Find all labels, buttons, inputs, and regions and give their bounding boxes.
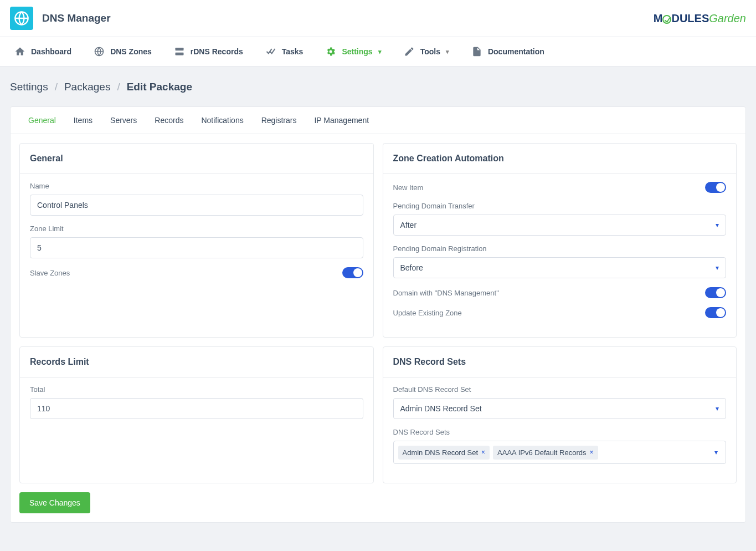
tab-notifications[interactable]: Notifications [192, 107, 252, 134]
tag-item: Admin DNS Record Set × [398, 446, 490, 460]
panel-title: Zone Creation Automation [383, 144, 737, 174]
field-default-set: Default DNS Record Set Admin DNS Record … [393, 385, 727, 419]
gear-icon [325, 46, 336, 57]
select-value: After [400, 221, 417, 229]
zone-limit-label: Zone Limit [30, 225, 363, 233]
panel-title: Records Limit [20, 347, 373, 377]
record-sets-label: DNS Record Sets [393, 428, 727, 436]
panel-zone-automation: Zone Creation Automation New Item Pendin… [383, 143, 737, 338]
tab-records[interactable]: Records [146, 107, 192, 134]
chevron-down-icon: ▾ [378, 48, 382, 55]
panel-body: New Item Pending Domain Transfer After ▾… [383, 174, 737, 337]
pending-reg-select[interactable]: Before ▾ [393, 257, 727, 278]
default-set-select[interactable]: Admin DNS Record Set ▾ [393, 398, 727, 419]
home-icon [14, 46, 25, 57]
header: DNS Manager MDULESGarden [0, 0, 756, 37]
field-pending-transfer: Pending Domain Transfer After ▾ [393, 202, 727, 236]
globe-small-icon [94, 46, 105, 57]
field-total: Total [30, 385, 363, 419]
header-left: DNS Manager [10, 7, 111, 30]
update-existing-toggle[interactable] [705, 307, 726, 318]
panel-body: Name Zone Limit Slave Zones [20, 174, 373, 297]
update-existing-label: Update Existing Zone [393, 309, 462, 317]
page-content: General Items Servers Records Notificati… [0, 93, 756, 536]
breadcrumb-link[interactable]: Packages [64, 81, 110, 93]
nav-tools[interactable]: Tools ▾ [399, 37, 454, 66]
slave-zones-toggle[interactable] [342, 267, 363, 278]
nav-label: rDNS Records [191, 47, 243, 56]
breadcrumb-current: Edit Package [127, 81, 192, 93]
tab-ipmanagement[interactable]: IP Management [305, 107, 378, 134]
nav-dashboard[interactable]: Dashboard [10, 37, 76, 66]
select-value: Admin DNS Record Set [400, 404, 482, 413]
nav-label: Tasks [282, 47, 304, 56]
tag-remove-icon[interactable]: × [590, 448, 594, 456]
nav-rdns[interactable]: rDNS Records [169, 37, 248, 66]
nav-tasks[interactable]: Tasks [261, 37, 308, 66]
select-value: Before [400, 263, 423, 272]
panel-body: Default DNS Record Set Admin DNS Record … [383, 377, 737, 483]
total-label: Total [30, 385, 363, 394]
breadcrumb-link[interactable]: Settings [10, 81, 48, 93]
field-dns-mgmt: Domain with "DNS Management" [393, 287, 727, 298]
pending-reg-label: Pending Domain Registration [393, 244, 727, 253]
nav-settings[interactable]: Settings ▾ [321, 37, 385, 66]
brand-logo: MDULESGarden [654, 12, 746, 25]
tag-label: AAAA IPv6 Default Records [497, 448, 586, 457]
tab-registrars[interactable]: Registrars [253, 107, 306, 134]
new-item-label: New Item [393, 183, 424, 192]
panel-records-limit: Records Limit Total [19, 346, 374, 483]
field-record-sets: DNS Record Sets Admin DNS Record Set × A… [393, 428, 727, 464]
pencil-icon [404, 46, 415, 57]
tab-general[interactable]: General [19, 107, 65, 134]
tab-items[interactable]: Items [65, 107, 101, 134]
main-card: General Items Servers Records Notificati… [10, 106, 746, 523]
svg-rect-3 [175, 53, 183, 55]
nav-label: Tools [420, 47, 440, 56]
panels-grid: General Name Zone Limit Slave Zones [11, 134, 745, 492]
dns-mgmt-toggle[interactable] [705, 287, 726, 298]
doc-icon [471, 46, 482, 57]
panel-title: DNS Record Sets [383, 347, 737, 377]
tag-remove-icon[interactable]: × [481, 448, 485, 456]
tab-servers[interactable]: Servers [101, 107, 146, 134]
chevron-down-icon: ▾ [714, 448, 721, 456]
dns-mgmt-label: Domain with "DNS Management" [393, 289, 499, 297]
breadcrumb-sep: / [117, 81, 120, 93]
pending-transfer-select[interactable]: After ▾ [393, 215, 727, 236]
save-button[interactable]: Save Changes [19, 492, 90, 513]
field-slave-zones: Slave Zones [30, 267, 363, 278]
name-label: Name [30, 182, 363, 190]
main-nav: Dashboard DNS Zones rDNS Records Tasks S… [0, 37, 756, 67]
name-input[interactable] [30, 195, 363, 216]
tag-label: Admin DNS Record Set [403, 448, 479, 457]
total-input[interactable] [30, 398, 363, 419]
nav-dnszones[interactable]: DNS Zones [89, 37, 156, 66]
chevron-down-icon: ▾ [716, 264, 719, 272]
breadcrumb-sep: / [55, 81, 58, 93]
breadcrumb: Settings / Packages / Edit Package [0, 67, 756, 93]
panel-dns-record-sets: DNS Record Sets Default DNS Record Set A… [383, 346, 737, 483]
field-pending-reg: Pending Domain Registration Before ▾ [393, 244, 727, 278]
default-set-label: Default DNS Record Set [393, 385, 727, 394]
field-update-existing: Update Existing Zone [393, 307, 727, 318]
nav-label: DNS Zones [110, 47, 152, 56]
checks-icon [265, 46, 276, 57]
new-item-toggle[interactable] [705, 182, 726, 193]
server-icon [174, 46, 185, 57]
nav-label: Settings [342, 47, 372, 56]
tag-item: AAAA IPv6 Default Records × [493, 446, 598, 460]
zone-limit-input[interactable] [30, 237, 363, 258]
app-title: DNS Manager [42, 12, 111, 24]
nav-docs[interactable]: Documentation [467, 37, 549, 66]
field-new-item: New Item [393, 182, 727, 193]
nav-label: Documentation [488, 47, 544, 56]
pending-transfer-label: Pending Domain Transfer [393, 202, 727, 210]
panel-general: General Name Zone Limit Slave Zones [19, 143, 374, 338]
svg-rect-2 [175, 48, 183, 50]
panel-body: Total [20, 377, 373, 438]
globe-icon [10, 7, 33, 30]
record-sets-multiselect[interactable]: Admin DNS Record Set × AAAA IPv6 Default… [393, 441, 727, 464]
chevron-down-icon: ▾ [716, 221, 719, 229]
tab-bar: General Items Servers Records Notificati… [11, 107, 745, 134]
